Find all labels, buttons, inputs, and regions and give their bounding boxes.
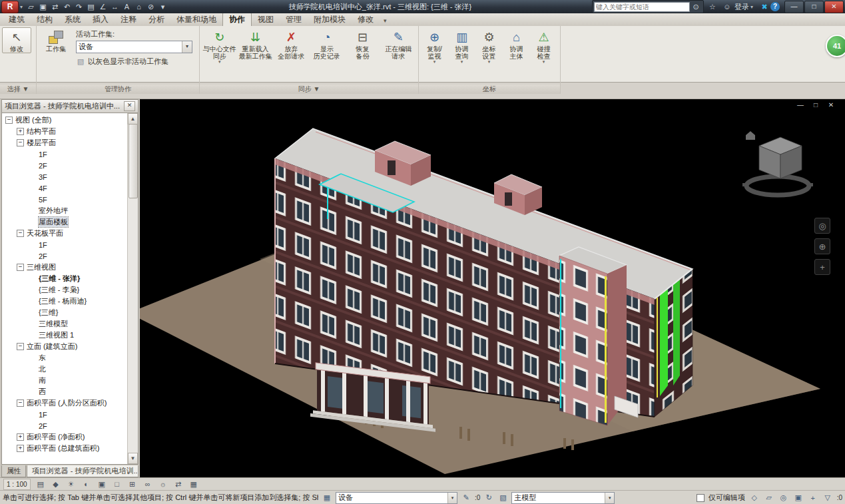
gray-inactive-worksets-toggle[interactable]: ▧ 以灰色显示非活动工作集 [76,57,192,67]
tree-item-ceiling-2f[interactable]: 2F [2,250,138,262]
tree-item-structural-plans[interactable]: +结构平面 [2,126,138,137]
tab-modify[interactable]: 修改 [352,13,380,26]
undo-icon[interactable]: ↶ [61,1,73,12]
redo-icon[interactable]: ↷ [73,1,85,12]
tree-item-3d-views[interactable]: −三维视图 [2,262,138,273]
temporary-hide-isolate-icon[interactable]: ∞ [142,479,153,489]
customize-qat-icon[interactable]: ▾ [157,1,168,12]
select-links-icon[interactable]: ◇ [749,493,760,502]
3d-model-canvas[interactable] [140,99,845,477]
search-input[interactable] [594,2,690,12]
temporary-view-properties-icon[interactable]: ▦ [188,479,199,489]
reveal-hidden-icon[interactable]: ☼ [158,479,168,489]
communication-center-badge[interactable]: 41 [826,35,845,57]
scale-button[interactable]: 1 : 100 [3,479,31,490]
tree-scrollbar[interactable]: ▲ ▼ [127,113,138,464]
editable-only-checkbox[interactable] [697,494,704,502]
expander-icon[interactable]: − [17,399,24,407]
aligned-dimension-icon[interactable]: ↔ [109,1,121,12]
active-workset-dropdown[interactable]: 设备 ▾ [76,41,192,53]
rendering-dialog-icon[interactable]: ▣ [97,479,107,489]
tree-item-ceiling-plans[interactable]: −天花板平面 [2,228,138,239]
select-pinned-icon[interactable]: ◎ [778,493,789,502]
tab-massing-site[interactable]: 体量和场地 [170,13,222,26]
tab-project-browser[interactable]: 项目浏览器 - 技师学院机电培训... [27,465,139,477]
tree-item-4f[interactable]: 4F [2,182,138,194]
active-workset-dropdown[interactable]: 设备 ▾ [336,492,457,504]
tree-item-area-plans-civil-defense[interactable]: −面积平面 (人防分区面积) [2,397,138,409]
tree-item-roof-slab[interactable]: 屋面楼板 [2,216,138,228]
expander-icon[interactable]: − [17,264,24,271]
print-icon[interactable]: ▤ [85,1,97,12]
select-panel-label[interactable]: 选择 ▼ [0,84,36,94]
tree-item-east[interactable]: 东 [2,352,138,364]
tree-item-site-level[interactable]: 室外地坪 [2,205,138,216]
tree-item-3d-yangyudi[interactable]: {三维 - 杨雨迪} [2,296,138,307]
tree-item-5f[interactable]: 5F [2,194,138,205]
viewcube-home-icon[interactable] [746,131,755,140]
ribbon-display-toggle-icon[interactable]: ▾ [384,17,387,26]
scroll-up-icon[interactable]: ▲ [128,113,138,125]
expander-icon[interactable]: + [17,128,24,135]
tab-analyze[interactable]: 分析 [142,13,170,26]
project-browser-titlebar[interactable]: 项目浏览器 - 技师学院机电培训中... ✕ [1,99,139,113]
search-icon[interactable]: ⊙ [690,1,702,12]
expander-icon[interactable]: − [5,117,13,124]
sign-in-control[interactable]: ☺ 登录 ▾ [721,1,756,12]
reload-latest-button[interactable]: ⇊ 重新载入 最新工作集 [238,27,274,61]
tab-structure[interactable]: 结构 [31,13,59,26]
tab-insert[interactable]: 插入 [87,13,115,26]
tree-item-area-plans-gross[interactable]: +面积平面 (总建筑面积) [2,443,138,454]
detail-level-icon[interactable]: ▤ [35,479,46,489]
tree-item-north[interactable]: 北 [2,364,138,375]
view-close-icon[interactable]: ✕ [826,101,836,109]
expander-icon[interactable]: + [17,445,24,452]
tree-item-floor-plans[interactable]: −楼层平面 [2,137,138,148]
crop-region-icon[interactable]: ⊞ [127,479,138,489]
coordination-review-button[interactable]: ▥ 协调 查询 ▾ [448,27,475,65]
expander-icon[interactable]: − [17,139,24,146]
crop-view-icon[interactable]: □ [112,479,123,489]
tree-item-1f[interactable]: 1F [2,148,138,160]
chevron-down-icon[interactable]: ▾ [447,493,457,503]
expander-icon[interactable]: − [17,230,24,237]
tree-item-elevations[interactable]: −立面 (建筑立面) [2,341,138,352]
help-icon[interactable]: ? [770,2,780,11]
sync-with-central-button[interactable]: ↻ 与中心文件 同步 ▾ [202,27,238,65]
synchronize-panel-label[interactable]: 同步 ▼ [200,84,418,94]
chevron-down-icon[interactable]: ▾ [605,493,614,503]
tree-item-views[interactable]: −视图 (全部) [2,115,138,126]
sun-path-icon[interactable]: ☀ [66,479,77,489]
steering-wheel-icon[interactable]: ◎ [814,218,830,234]
tree-item-3d-lixiao[interactable]: {三维 - 李枭} [2,284,138,296]
tree-item-3d-default[interactable]: {三维} [2,307,138,318]
application-menu-caret-icon[interactable]: ▾ [20,4,23,10]
tree-item-area-plans-net[interactable]: +面积平面 (净面积) [2,431,138,443]
open-icon[interactable]: ▱ [25,1,37,12]
sync-with-central-icon[interactable]: ⇄ [49,1,61,12]
exchange-apps-icon[interactable]: ✖ [758,1,770,12]
relinquish-all-button[interactable]: ✗ 放弃 全部请求 [273,27,309,61]
scrollbar-thumb[interactable] [129,124,138,198]
tab-systems[interactable]: 系统 [59,13,87,26]
design-options-dropdown[interactable]: 主模型 ▾ [511,492,615,504]
tree-item-3f[interactable]: 3F [2,171,138,182]
tree-item-area-1f[interactable]: 1F [2,409,138,420]
3d-viewport[interactable]: — □ ✕ ◎ ⊕ + [140,99,845,477]
worksharing-display-icon[interactable]: ⇄ [173,479,184,489]
viewcube[interactable] [742,131,813,195]
close-button[interactable]: ✕ [824,1,844,13]
shadows-icon[interactable]: ◐ [81,479,92,489]
tree-item-3d-view-1[interactable]: 三维视图 1 [2,330,138,341]
tab-annotate[interactable]: 注释 [115,13,142,26]
text-note-icon[interactable]: A [121,1,133,12]
view-restore-icon[interactable]: □ [811,101,820,109]
pan-icon[interactable]: + [814,259,830,275]
tab-manage[interactable]: 管理 [280,13,308,26]
visual-style-icon[interactable]: ◆ [51,479,61,489]
tree-item-2f[interactable]: 2F [2,160,138,171]
default-3d-view-icon[interactable]: ⌂ [133,1,144,12]
expander-icon[interactable]: + [17,433,24,441]
view-minimize-icon[interactable]: — [796,101,805,109]
tree-item-3d-zhangyang[interactable]: {三维 - 张洋} [2,273,138,284]
